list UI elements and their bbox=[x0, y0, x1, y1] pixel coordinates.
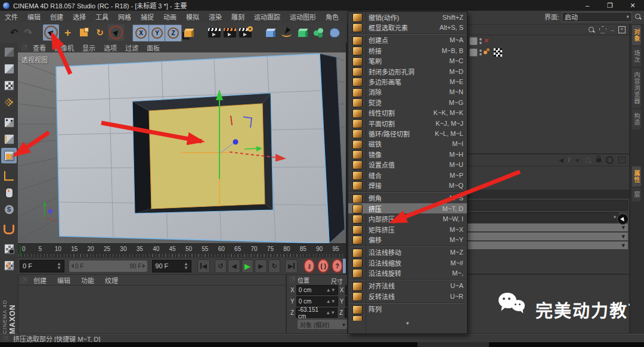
menu-bar-item[interactable]: 捕捉 bbox=[136, 12, 159, 21]
viewport-menu-item[interactable]: 过滤 bbox=[121, 43, 143, 52]
rotate-icon[interactable]: ↻ bbox=[92, 24, 108, 41]
context-menu-item[interactable]: 沿法线移动 M~Z bbox=[348, 247, 467, 258]
menu-bar-item[interactable]: 网格 bbox=[113, 12, 136, 21]
menu-bar-item[interactable]: 选择 bbox=[68, 12, 91, 21]
dock-tab[interactable]: 构造 bbox=[632, 109, 641, 129]
dock-tab[interactable]: 内容浏览器 bbox=[632, 68, 641, 108]
context-menu-item[interactable]: 沿法线旋转 M~, bbox=[348, 268, 467, 278]
context-menu-item[interactable]: 反转法线 U~R bbox=[348, 291, 467, 301]
model-mode-icon[interactable] bbox=[1, 61, 17, 76]
dock-tab[interactable]: 对象 bbox=[632, 25, 641, 45]
menu-bar-item[interactable]: 文件 bbox=[0, 12, 23, 21]
material-menu-item[interactable]: 功能 bbox=[76, 275, 100, 285]
render-picture-viewer-icon[interactable] bbox=[222, 24, 238, 41]
undo-icon[interactable]: ↶ bbox=[6, 24, 22, 41]
material-menu-item[interactable]: 创建 bbox=[28, 275, 52, 285]
previous-frame-button[interactable]: ◀ bbox=[228, 259, 240, 273]
panel-grip[interactable] bbox=[289, 277, 295, 283]
context-menu-item[interactable]: 熨烫 M~G bbox=[348, 97, 467, 107]
context-menu-item[interactable]: 磁铁 M~I bbox=[348, 139, 467, 149]
polygons-mode-icon[interactable] bbox=[1, 148, 17, 163]
context-menu-item[interactable]: 偏移 M~Y bbox=[348, 234, 467, 244]
keyframe-options-button[interactable]: ? bbox=[332, 259, 343, 273]
history-forward-icon[interactable]: / bbox=[568, 157, 570, 163]
current-frame-field[interactable]: 0 F▲▼ bbox=[20, 260, 64, 272]
search-icon[interactable] bbox=[634, 13, 642, 20]
selected-polygon[interactable] bbox=[149, 104, 265, 209]
parent-object-icon[interactable]: ➤ bbox=[573, 156, 581, 165]
om-search-icon[interactable] bbox=[588, 26, 595, 33]
lock-icon[interactable] bbox=[596, 158, 601, 162]
context-menu-item[interactable]: 阵列 bbox=[348, 304, 467, 314]
scale-icon[interactable] bbox=[76, 24, 92, 41]
visibility-dots-icon[interactable] bbox=[479, 38, 482, 44]
live-selection-active-icon[interactable] bbox=[43, 24, 59, 41]
add-deformer-icon[interactable] bbox=[327, 24, 343, 41]
menu-bar-item[interactable]: 动画 bbox=[159, 12, 181, 21]
texture-mode-icon[interactable] bbox=[1, 78, 17, 93]
coordinate-mode-dropdown[interactable]: 对象 (相对) bbox=[298, 320, 348, 329]
context-menu-item[interactable]: 撤销(动作) Shift+Z bbox=[348, 12, 467, 22]
frame-range-slider[interactable]: 0 F 90 F bbox=[69, 261, 147, 272]
context-menu-item[interactable]: 设置点值 M~U bbox=[348, 159, 467, 169]
context-menu-item[interactable]: 笔刷 M~C bbox=[348, 56, 467, 66]
maximize-button[interactable]: ❐ bbox=[599, 0, 621, 11]
next-frame-button[interactable]: ▶ bbox=[255, 259, 267, 273]
disabled-x-icon[interactable]: ✕ bbox=[484, 37, 489, 45]
context-menu-item[interactable]: 沿法线缩放 M~# bbox=[348, 258, 467, 268]
interface-select[interactable]: 启动 bbox=[562, 12, 632, 22]
position-field[interactable]: -63.151 cm▲▼ bbox=[296, 308, 338, 318]
pick-cursor-icon[interactable] bbox=[617, 213, 628, 225]
panel-grip[interactable] bbox=[21, 277, 27, 283]
autokey-button[interactable]: ( ) bbox=[317, 259, 329, 273]
context-menu-item[interactable]: 平面切割 K~J, M~J bbox=[348, 118, 467, 128]
settings-icon[interactable] bbox=[606, 156, 614, 164]
redo-icon[interactable]: ↷ bbox=[20, 24, 36, 41]
context-menu-item[interactable]: 挤压 M~T, D bbox=[348, 203, 467, 213]
material-menu-item[interactable]: 编辑 bbox=[52, 275, 76, 285]
phong-tag-icon[interactable] bbox=[484, 48, 491, 56]
move-icon[interactable]: + bbox=[60, 24, 76, 41]
menu-bar-item[interactable]: 工具 bbox=[91, 12, 113, 21]
panel-grip[interactable] bbox=[21, 45, 27, 51]
context-menu-item[interactable]: 内部挤压 M~W, I bbox=[348, 213, 467, 224]
om-home-icon[interactable] bbox=[599, 26, 606, 33]
render-view-icon[interactable] bbox=[206, 24, 222, 41]
goto-start-button[interactable]: ◀ bbox=[197, 259, 210, 273]
context-menu-item[interactable]: 桥接 M~B, B bbox=[348, 45, 467, 55]
menu-bar-item[interactable]: 创建 bbox=[45, 12, 68, 21]
context-menu-item[interactable]: 矩阵挤压 M~X bbox=[348, 224, 467, 234]
context-menu-item[interactable]: 消除 M~N bbox=[348, 87, 467, 97]
dock-tab[interactable]: 层 bbox=[632, 188, 641, 202]
record-keyframe-button[interactable]: ⚷ bbox=[304, 259, 315, 273]
context-menu-item[interactable]: 框显选取元素 Alt+S, S bbox=[348, 22, 467, 32]
om-add-icon[interactable]: + bbox=[618, 26, 626, 33]
layer-color-box[interactable] bbox=[469, 37, 478, 45]
goto-end-button[interactable]: ▶ bbox=[285, 259, 298, 273]
menu-bar-item[interactable]: 雕刻 bbox=[227, 12, 249, 21]
context-menu-item[interactable]: 焊接 M~Q bbox=[348, 180, 467, 190]
viewport-menu-item[interactable]: 摄像机 bbox=[50, 43, 78, 52]
add-mograph-icon[interactable] bbox=[311, 24, 327, 41]
menu-bar-item[interactable]: 运动跟踪 bbox=[249, 12, 285, 21]
dock-tab[interactable]: 属性 bbox=[632, 166, 641, 187]
object-row[interactable]: ✕ bbox=[467, 35, 629, 47]
z-axis-lock[interactable]: Z bbox=[165, 24, 182, 42]
context-menu-item[interactable]: 多边形画笔 M~E bbox=[348, 76, 467, 86]
history-back-icon[interactable]: ◀ bbox=[559, 157, 564, 163]
layer-color-box[interactable] bbox=[469, 48, 478, 57]
selection-tool-icon[interactable] bbox=[108, 24, 124, 41]
magnet-snap-icon[interactable] bbox=[1, 222, 17, 237]
context-menu-item[interactable] bbox=[348, 314, 467, 321]
menu-bar-item[interactable]: 角色 bbox=[321, 12, 343, 21]
points-mode-icon[interactable] bbox=[1, 114, 17, 130]
snap-settings-icon[interactable]: S bbox=[1, 202, 17, 217]
context-menu-item[interactable]: 封闭多边形孔洞 M~D bbox=[348, 66, 467, 76]
viewport-menu-item[interactable]: 查看 bbox=[29, 43, 50, 52]
close-button[interactable]: ✕ bbox=[621, 0, 644, 11]
dock-tab[interactable]: 场次 bbox=[632, 47, 641, 67]
context-menu-item[interactable]: 循环/路径切割 K~L, M~L bbox=[348, 128, 467, 138]
previous-key-button[interactable]: ↺ bbox=[215, 259, 227, 273]
x-axis-lock[interactable]: X bbox=[132, 24, 150, 42]
viewport-menu-item[interactable]: 面板 bbox=[143, 43, 164, 52]
